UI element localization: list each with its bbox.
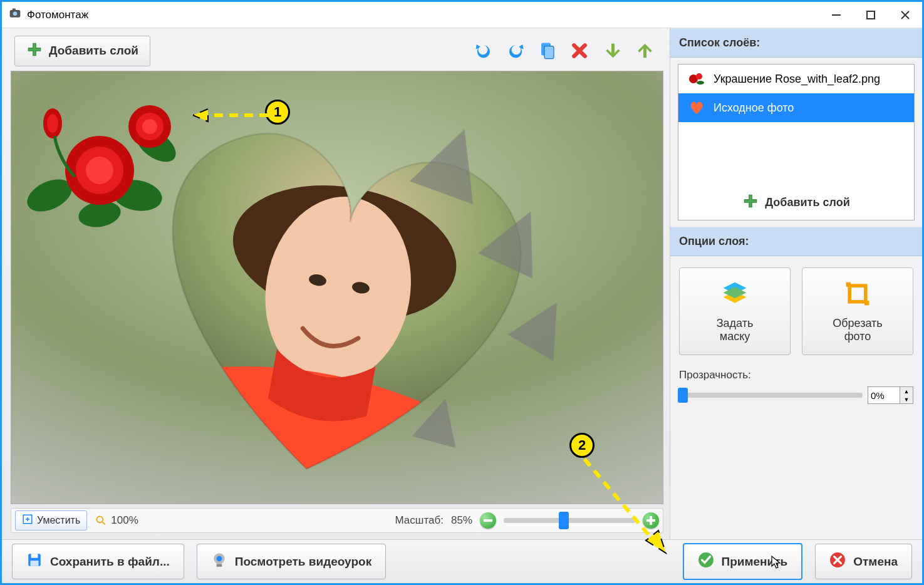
cancel-icon xyxy=(829,552,846,571)
save-to-file-button[interactable]: Сохранить в файл... xyxy=(12,544,184,579)
watch-tutorial-button[interactable]: Посмотреть видеоурок xyxy=(197,544,386,579)
layers-header: Список слоёв: xyxy=(670,28,922,58)
spin-up-icon[interactable]: ▲ xyxy=(900,387,913,395)
annotation-arrow-1 xyxy=(193,106,274,125)
fit-button[interactable]: Уместить xyxy=(15,510,87,531)
crop-icon xyxy=(844,280,871,311)
svg-point-41 xyxy=(216,556,222,562)
svg-rect-6 xyxy=(544,46,554,59)
cursor-icon xyxy=(771,556,782,572)
add-layer-button[interactable]: Добавить слой xyxy=(14,36,150,66)
webcam-icon xyxy=(211,552,227,571)
annotation-step-2-label: 2 xyxy=(578,437,586,453)
svg-point-27 xyxy=(97,516,103,522)
scale-label: Масштаб: xyxy=(395,514,444,527)
layer-label: Украшение Rose_with_leaf2.png xyxy=(714,73,880,86)
apply-button[interactable]: Применить xyxy=(683,543,803,580)
fit-label: Уместить xyxy=(37,515,80,526)
cancel-button[interactable]: Отмена xyxy=(815,544,912,579)
undo-icon[interactable] xyxy=(473,41,494,61)
left-pane: Добавить слой xyxy=(2,28,670,539)
opacity-spinbox[interactable]: ▲ ▼ xyxy=(868,386,913,404)
svg-point-33 xyxy=(697,81,704,85)
layer-thumbnail xyxy=(687,71,706,87)
annotation-arrow-2 xyxy=(578,453,678,559)
scale-value: 85% xyxy=(451,514,472,527)
svg-rect-35 xyxy=(846,282,851,286)
layers-list[interactable]: Украшение Rose_with_leaf2.png Исходное ф… xyxy=(678,64,915,220)
magnifier-icon[interactable]: 100% xyxy=(95,514,138,527)
app-icon xyxy=(8,7,22,23)
svg-rect-42 xyxy=(216,564,222,567)
svg-rect-39 xyxy=(31,561,39,566)
bottom-bar: Сохранить в файл... Посмотреть видеоурок… xyxy=(2,539,922,583)
add-layer-inside-button[interactable]: Добавить слой xyxy=(678,185,914,220)
layer-label: Исходное фото xyxy=(714,101,794,115)
floppy-icon xyxy=(26,552,43,571)
maximize-button[interactable] xyxy=(853,2,888,28)
minimize-button[interactable] xyxy=(819,2,853,28)
opacity-input[interactable] xyxy=(868,390,900,401)
add-layer-label: Добавить слой xyxy=(49,44,138,58)
crop-photo-button[interactable]: Обрезать фото xyxy=(802,267,913,355)
annotation-step-1-label: 1 xyxy=(274,104,281,120)
svg-rect-36 xyxy=(864,301,869,305)
crop-photo-label: Обрезать фото xyxy=(833,317,882,343)
layer-row-selected[interactable]: Исходное фото xyxy=(678,93,914,122)
set-mask-button[interactable]: Задать маску xyxy=(679,267,791,355)
copy-icon[interactable] xyxy=(537,41,558,61)
opacity-label: Прозрачность: xyxy=(679,369,913,381)
layer-row[interactable]: Украшение Rose_with_leaf2.png xyxy=(678,65,914,93)
svg-line-45 xyxy=(584,459,653,541)
svg-rect-3 xyxy=(832,14,841,16)
rose-overlay[interactable] xyxy=(24,89,187,233)
set-mask-label: Задать маску xyxy=(717,317,754,343)
layers-stack-icon xyxy=(721,280,749,311)
svg-point-21 xyxy=(142,119,157,134)
svg-point-18 xyxy=(86,157,113,184)
plus-icon xyxy=(26,41,43,61)
svg-point-23 xyxy=(47,114,58,133)
save-to-file-label: Сохранить в файл... xyxy=(50,555,170,569)
top-toolbar: Добавить слой xyxy=(11,34,663,67)
right-pane: Список слоёв: Украшение Rose_with_leaf2.… xyxy=(670,28,922,539)
canvas[interactable]: 1 xyxy=(11,71,663,504)
spin-down-icon[interactable]: ▼ xyxy=(900,395,913,403)
fit-icon xyxy=(22,514,33,527)
svg-point-32 xyxy=(696,73,702,80)
window-title: Фотомонтаж xyxy=(27,9,88,21)
layer-up-icon[interactable] xyxy=(633,41,653,61)
window-controls xyxy=(819,2,922,28)
svg-rect-34 xyxy=(849,286,866,302)
add-layer-inside-label: Добавить слой xyxy=(765,196,849,209)
svg-point-1 xyxy=(13,12,18,16)
options-header: Опции слоя: xyxy=(670,227,922,256)
opacity-slider[interactable] xyxy=(679,393,863,398)
svg-rect-38 xyxy=(31,554,38,558)
check-icon xyxy=(698,552,714,571)
plus-icon xyxy=(742,193,759,212)
watch-tutorial-label: Посмотреть видеоурок xyxy=(235,555,371,569)
title-bar: Фотомонтаж xyxy=(2,2,922,28)
svg-marker-25 xyxy=(193,109,208,122)
layer-thumbnail xyxy=(687,100,706,116)
toolbar-icon-group xyxy=(473,41,660,61)
layer-down-icon[interactable] xyxy=(601,41,621,61)
svg-rect-2 xyxy=(13,9,16,11)
zoom-100-label: 100% xyxy=(111,514,138,527)
layer-options: Задать маску Обрезать фото Прозрачность: xyxy=(670,256,922,415)
svg-rect-4 xyxy=(867,11,875,19)
redo-icon[interactable] xyxy=(505,41,526,61)
app-window: Фотомонтаж Добавить слой xyxy=(0,0,924,585)
svg-rect-28 xyxy=(484,519,492,522)
cancel-label: Отмена xyxy=(853,555,898,569)
zoom-bar: Уместить 100% Масштаб: 85% xyxy=(11,508,663,533)
content-area: Добавить слой xyxy=(2,28,922,539)
delete-icon[interactable] xyxy=(569,41,589,61)
zoom-out-button[interactable] xyxy=(480,512,496,529)
close-button[interactable] xyxy=(888,2,922,28)
